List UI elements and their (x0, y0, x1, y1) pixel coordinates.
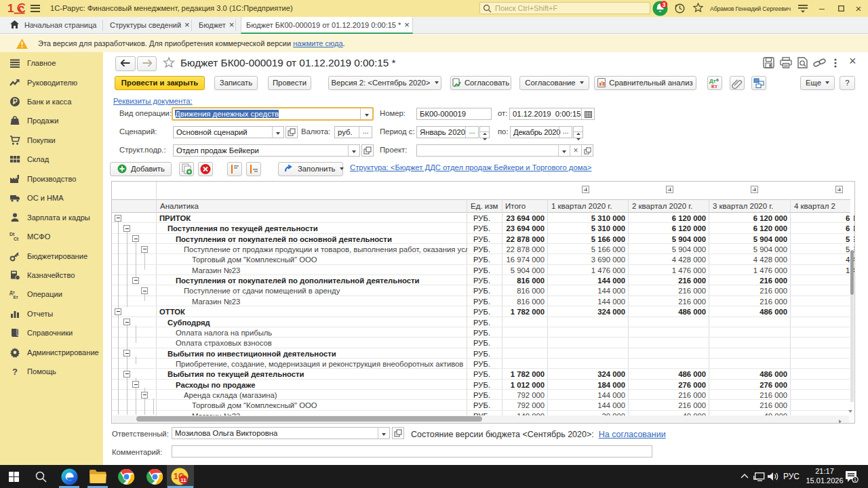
svg-text:б: б (716, 78, 719, 82)
svg-text:Dt: Dt (9, 232, 15, 237)
svg-text:Кт: Кт (14, 295, 18, 300)
svg-text:Кт: Кт (711, 83, 717, 89)
svg-text:1: 1 (7, 2, 14, 14)
svg-text:1: 1 (854, 477, 856, 482)
svg-text:Ct: Ct (14, 237, 19, 241)
svg-text:11: 11 (180, 477, 186, 483)
svg-text:?: ? (12, 367, 18, 377)
svg-text:3: 3 (663, 1, 666, 8)
